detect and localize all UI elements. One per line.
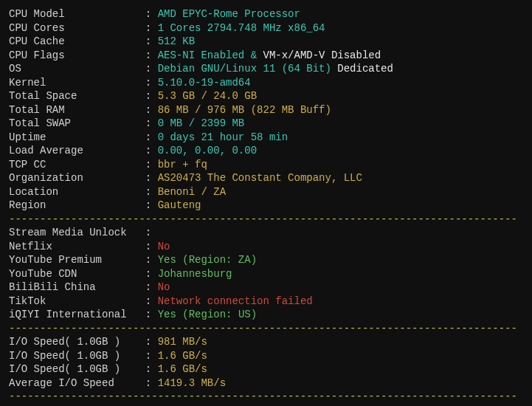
label-bilibili: BiliBili China (9, 281, 96, 293)
divider-line: ----------------------------------------… (9, 213, 523, 227)
value-youtube-premium: Yes (Region: ZA) (158, 254, 257, 266)
value-region: Gauteng (158, 199, 201, 211)
row-load-average: Load Average : 0.00, 0.00, 0.00 (9, 144, 523, 158)
row-total-ram: Total RAM : 86 MB / 976 MB (822 MB Buff) (9, 103, 523, 117)
label-stream-heading: Stream Media Unlock (9, 227, 127, 238)
value-cpu-flags-1: AES-NI Enabled & (158, 49, 263, 61)
label-total-ram: Total RAM (9, 104, 65, 116)
label-youtube-cdn: YouTube CDN (9, 268, 77, 280)
value-io-speed-1: 981 MB/s (158, 336, 207, 348)
pad (71, 117, 145, 129)
row-youtube-cdn: YouTube CDN : Johannesburg (9, 267, 523, 281)
row-total-swap: Total SWAP : 0 MB / 2399 MB (9, 117, 523, 131)
pad (58, 186, 145, 198)
value-location: Benoni / ZA (158, 186, 226, 198)
label-cpu-cores: CPU Cores (9, 22, 65, 34)
value-tiktok: Network connection failed (158, 295, 313, 307)
row-avg-io-speed: Average I/O Speed : 1419.3 MB/s (9, 376, 523, 390)
pad (102, 254, 145, 266)
row-io-speed-3: I/O Speed( 1.0GB ) : 1.6 GB/s (9, 362, 523, 376)
label-tiktok: TikTok (9, 295, 46, 307)
pad (46, 77, 145, 89)
label-total-swap: Total SWAP (9, 117, 71, 129)
pad (83, 172, 145, 184)
pad (114, 377, 145, 389)
value-iqiyi: Yes (Region: US) (158, 309, 257, 320)
value-io-speed-2: 1.6 GB/s (158, 350, 207, 362)
value-kernel: 5.10.0-19-amd64 (158, 77, 251, 89)
row-location: Location : Benoni / ZA (9, 185, 523, 199)
row-youtube-premium: YouTube Premium : Yes (Region: ZA) (9, 253, 523, 267)
label-youtube-premium: YouTube Premium (9, 254, 102, 266)
label-cpu-model: CPU Model (9, 8, 65, 20)
value-load-average: 0.00, 0.00, 0.00 (158, 145, 257, 156)
pad (77, 90, 145, 102)
pad (65, 104, 145, 116)
label-iqiyi: iQIYI International (9, 309, 127, 320)
pad (65, 22, 145, 34)
pad (52, 241, 145, 252)
row-organization: Organization : AS20473 The Constant Comp… (9, 171, 523, 185)
row-io-speed-2: I/O Speed( 1.0GB ) : 1.6 GB/s (9, 349, 523, 363)
label-region: Region (9, 199, 46, 211)
value-total-space: 5.3 GB / 24.0 GB (158, 90, 257, 102)
label-io-speed-1: I/O Speed( 1.0GB ) (9, 336, 120, 348)
row-tiktok: TikTok : Network connection failed (9, 295, 523, 309)
label-netflix: Netflix (9, 241, 52, 252)
pad (65, 35, 145, 47)
label-os: OS (9, 63, 21, 75)
pad (127, 227, 145, 238)
pad (120, 363, 145, 375)
value-youtube-cdn: Johannesburg (158, 268, 232, 280)
label-location: Location (9, 186, 58, 198)
pad (46, 159, 145, 171)
label-total-space: Total Space (9, 90, 77, 102)
pad (65, 8, 145, 20)
value-cpu-flags-2: VM-x/AMD-V Disabled (263, 49, 381, 61)
pad (120, 336, 145, 348)
row-cpu-flags: CPU Flags : AES-NI Enabled & VM-x/AMD-V … (9, 49, 523, 63)
value-cpu-model: AMD EPYC-Rome Processor (158, 8, 300, 20)
label-cpu-cache: CPU Cache (9, 35, 65, 47)
divider-line: ----------------------------------------… (9, 322, 523, 336)
value-io-speed-3: 1.6 GB/s (158, 363, 207, 375)
value-total-ram: 86 MB / 976 MB (822 MB Buff) (158, 104, 331, 116)
pad (96, 281, 145, 293)
label-uptime: Uptime (9, 131, 46, 143)
label-load-average: Load Average (9, 145, 83, 156)
pad (46, 199, 145, 211)
label-cpu-flags: CPU Flags (9, 49, 65, 61)
pad (21, 63, 145, 75)
row-cpu-cores: CPU Cores : 1 Cores 2794.748 MHz x86_64 (9, 21, 523, 35)
value-netflix: No (158, 241, 170, 252)
row-netflix: Netflix : No (9, 240, 523, 254)
pad (65, 49, 145, 61)
pad (83, 145, 145, 156)
value-avg-io-speed: 1419.3 MB/s (158, 377, 226, 389)
row-bilibili: BiliBili China : No (9, 281, 523, 295)
label-io-speed-2: I/O Speed( 1.0GB ) (9, 350, 120, 362)
pad (120, 350, 145, 362)
row-stream-heading: Stream Media Unlock : (9, 226, 523, 240)
value-organization: AS20473 The Constant Company, LLC (158, 172, 362, 184)
value-os-1: Debian GNU/Linux 11 (64 Bit) (158, 63, 338, 75)
row-iqiyi: iQIYI International : Yes (Region: US) (9, 308, 523, 322)
row-uptime: Uptime : 0 days 21 hour 58 min (9, 131, 523, 145)
label-kernel: Kernel (9, 77, 46, 89)
value-total-swap: 0 MB / 2399 MB (158, 117, 245, 129)
row-os: OS : Debian GNU/Linux 11 (64 Bit) Dedica… (9, 62, 523, 76)
pad (46, 131, 145, 143)
row-cpu-cache: CPU Cache : 512 KB (9, 35, 523, 49)
label-avg-io-speed: Average I/O Speed (9, 377, 114, 389)
value-uptime: 0 days 21 hour 58 min (158, 131, 288, 143)
row-kernel: Kernel : 5.10.0-19-amd64 (9, 76, 523, 90)
value-tcp-cc: bbr + fq (158, 159, 207, 171)
label-tcp-cc: TCP CC (9, 159, 46, 171)
value-cpu-cache: 512 KB (158, 35, 195, 47)
value-cpu-cores: 1 Cores 2794.748 MHz x86_64 (158, 22, 325, 34)
row-region: Region : Gauteng (9, 199, 523, 213)
pad (46, 295, 145, 307)
row-tcp-cc: TCP CC : bbr + fq (9, 158, 523, 172)
label-organization: Organization (9, 172, 83, 184)
row-cpu-model: CPU Model : AMD EPYC-Rome Processor (9, 7, 523, 21)
